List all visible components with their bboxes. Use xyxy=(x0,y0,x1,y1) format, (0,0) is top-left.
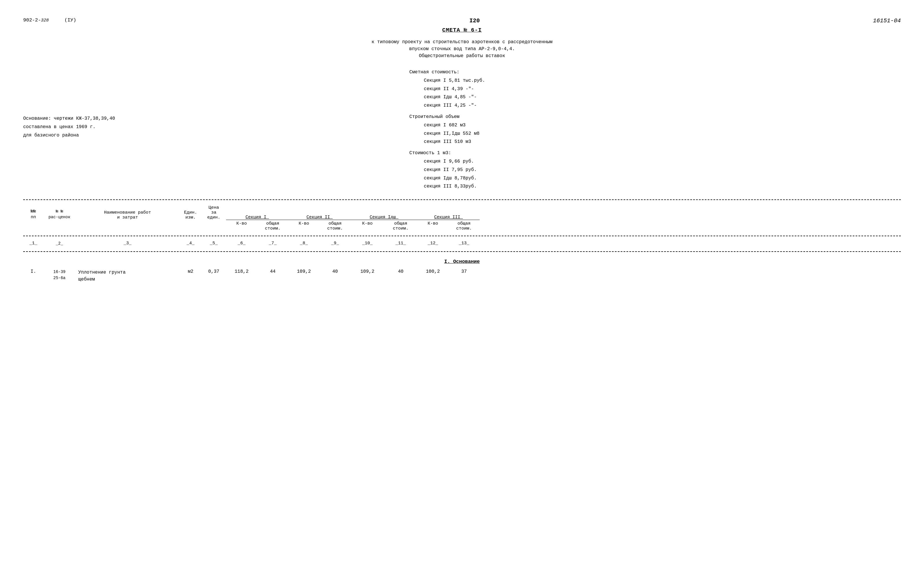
th-sub-nn xyxy=(23,221,43,231)
stoimost-title: Стоимость 1 м3: xyxy=(409,149,901,157)
num-2: _2_ xyxy=(43,241,75,247)
osnovaniye-line3: для базисного района xyxy=(23,131,409,140)
stoimost-line-1: секция ІІ 7,95 руб. xyxy=(424,166,901,174)
th-s1-obsh: общая стоим. xyxy=(257,221,289,231)
subtitle-line3: Общестроительные работы вставок xyxy=(23,53,901,59)
th-nn: №№ пп xyxy=(23,209,43,220)
data-s4-kvo: 100,2 xyxy=(417,269,448,274)
th-sub-name xyxy=(75,221,180,231)
th-sub-pr xyxy=(201,221,226,231)
header-right: 16151-04 xyxy=(873,17,901,24)
th-cena: Цена за един. xyxy=(201,205,226,220)
num-1: _1_ xyxy=(23,241,43,247)
num-8: _8_ xyxy=(289,241,319,247)
num-9: _9_ xyxy=(319,241,351,247)
stroitelny-obem: Строительный объем секция І 602 м3 секци… xyxy=(409,113,901,146)
page-title: СМЕТА № 6-І xyxy=(23,27,901,33)
num-12: _12_ xyxy=(417,241,448,247)
table-num-row: _1_ _2_ _3_ _4_ _5_ _6_ _7_ _8_ _9_ _10_… xyxy=(23,239,901,248)
data-s2-kvo: 109,2 xyxy=(289,269,319,274)
data-edin: м2 xyxy=(180,269,201,274)
header-left: 902-2-328 (ІУ) xyxy=(23,17,76,24)
num-10: _10_ xyxy=(351,241,384,247)
osnovaniye-text: Основание: чертежи КЖ-37,38,39,40 состав… xyxy=(23,114,409,139)
dashed-divider-3 xyxy=(23,251,901,252)
th-s2-kvo: К-во xyxy=(289,221,319,231)
num-3: _3_ xyxy=(75,241,180,247)
doc-number: 16151-04 xyxy=(873,17,901,24)
table-subheader-row: К-во общая стоим. К-во общая стоим. К-во… xyxy=(23,221,901,233)
th-name: Наименование работ и затрат xyxy=(75,210,180,220)
header-center: І20 xyxy=(470,17,480,24)
osnovaniye-line2: составлена в ценах 1969 г. xyxy=(23,123,409,131)
osnovaniye-block: Основание: чертежи КЖ-37,38,39,40 состав… xyxy=(23,68,409,194)
th-rascenok: № № рас-ценок xyxy=(43,209,75,220)
info-section: Основание: чертежи КЖ-37,38,39,40 состав… xyxy=(23,68,901,194)
th-s2-obsh: общая стоим. xyxy=(319,221,351,231)
data-s3-ob: 40 xyxy=(384,269,417,274)
th-s3-obsh: общая стоим. xyxy=(384,221,417,231)
subtitle-line1: к типовому проекту на строительство аэро… xyxy=(23,38,901,46)
smeta-line-0: Секция І 5,81 тыс.руб. xyxy=(424,76,901,85)
dashed-divider-1 xyxy=(23,199,901,200)
subtitle-line2: впуском сточных вод типа АР-2-9,0-4,4. xyxy=(23,46,901,53)
stoimost-block: Стоимость 1 м3: секция І 9,66 руб. секци… xyxy=(409,149,901,191)
stoimost-line-3: секция ІІІ 8,33руб. xyxy=(424,182,901,191)
subtitle-block: к типовому проекту на строительство аэро… xyxy=(23,38,901,59)
smeta-cost-lines: Секция І 5,81 тыс.руб. секция ІІ 4,39 -"… xyxy=(409,76,901,110)
th-edin: Един. изм. xyxy=(180,210,201,220)
doc-code-left: 902-2- xyxy=(23,17,41,23)
th-sekcia-1: Секция_І_ xyxy=(226,215,289,220)
data-s1-ob: 44 xyxy=(257,269,289,274)
smeta-line-3: секция ІІІ 4,25 -"- xyxy=(424,101,901,110)
stroitelny-lines: секция І 602 м3 секция ІІ,Ідш 552 м8 сек… xyxy=(409,121,901,146)
data-rascenok: 16-39 25-6а xyxy=(43,269,75,281)
data-s2-ob: 40 xyxy=(319,269,351,274)
th-s1-kvo: К-во xyxy=(226,221,257,231)
data-s3-kvo: 109,2 xyxy=(351,269,384,274)
th-s4-kvo: К-во xyxy=(417,221,448,231)
stoimost-line-2: секция Ідш 8,78руб. xyxy=(424,174,901,183)
th-s3-kvo: К-во xyxy=(351,221,384,231)
table-header-row1: №№ пп № № рас-ценок Наименование работ и… xyxy=(23,203,901,221)
stroit-line-1: секция ІІ,Ідш 552 м8 xyxy=(424,130,901,138)
page-container: 902-2-328 (ІУ) І20 16151-04 СМЕТА № 6-І … xyxy=(23,17,901,285)
num-13: _13_ xyxy=(448,241,480,247)
th-s4-obsh: общая стоим. xyxy=(448,221,480,231)
smeta-cost-title: Сметная стоимость: xyxy=(409,68,901,76)
stroit-line-0: секция І 602 м3 xyxy=(424,121,901,130)
doc-section: (ІУ) xyxy=(64,17,76,23)
th-sub-rasc xyxy=(43,221,75,231)
th-sekcia-4: Секция_ІІІ_ xyxy=(417,215,480,220)
num-5: _5_ xyxy=(201,241,226,247)
num-4: _4_ xyxy=(180,241,201,247)
doc-code-italic: 328 xyxy=(41,18,49,23)
stroit-line-2: секция ІІІ 510 м3 xyxy=(424,138,901,146)
smeta-cost: Сметная стоимость: Секция І 5,81 тыс.руб… xyxy=(409,68,901,110)
stoimost-lines: секция І 9,66 руб. секция ІІ 7,95 руб. с… xyxy=(409,157,901,191)
num-7: _7_ xyxy=(257,241,289,247)
page-number: І20 xyxy=(470,17,480,24)
th-sekcia-2: Секция_ІІ_ xyxy=(289,215,351,220)
data-cena: 0,37 xyxy=(201,269,226,274)
table-header-section: №№ пп № № рас-ценок Наименование работ и… xyxy=(23,203,901,285)
section-1-heading: І. Основание xyxy=(23,255,901,267)
num-11: _11_ xyxy=(384,241,417,247)
stoimost-line-0: секция І 9,66 руб. xyxy=(424,157,901,166)
stroitelny-title: Строительный объем xyxy=(409,113,901,121)
dashed-divider-2 xyxy=(23,236,901,236)
th-sub-edin xyxy=(180,221,201,231)
header-line: 902-2-328 (ІУ) І20 16151-04 xyxy=(23,17,901,27)
data-num: І. xyxy=(23,269,43,274)
smeta-line-1: секция ІІ 4,39 -"- xyxy=(424,85,901,93)
cost-info-block: Сметная стоимость: Секция І 5,81 тыс.руб… xyxy=(409,68,901,194)
data-name: Уплотнение грунта щебнем xyxy=(75,269,180,283)
num-6: _6_ xyxy=(226,241,257,247)
table-row: І. 16-39 25-6а Уплотнение грунта щебнем … xyxy=(23,267,901,285)
data-s4-ob: 37 xyxy=(448,269,480,274)
data-s1-kvo: 118,2 xyxy=(226,269,257,274)
osnovaniye-line1: Основание: чертежи КЖ-37,38,39,40 xyxy=(23,114,409,123)
th-sekcia-3: Секция_Ідш_ xyxy=(351,215,417,220)
smeta-line-2: секция Ідш 4,85 -"- xyxy=(424,93,901,101)
